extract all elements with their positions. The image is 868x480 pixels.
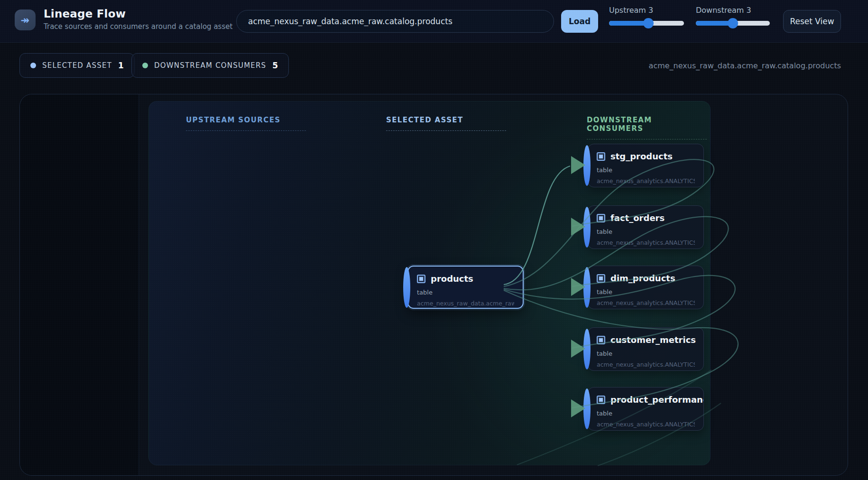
node-product_performance[interactable]: product_performance table acme_nexus_ana…: [588, 387, 704, 431]
lineage-flow-app: ↠ Lineage Flow Trace sources and consume…: [0, 0, 868, 480]
node-path: acme_nexus_analytics.ANALYTICS.MA…: [597, 239, 695, 246]
page-title: Lineage Flow: [44, 8, 232, 20]
table-icon: [417, 275, 425, 283]
node-fact_orders[interactable]: fact_orders table acme_nexus_analytics.A…: [588, 205, 704, 249]
node-title: stg_products: [610, 151, 673, 161]
node-type: table: [597, 288, 695, 295]
reset-view-button[interactable]: Reset View: [783, 10, 841, 33]
upstream-depth-slider-group: Upstream 3: [609, 6, 684, 26]
node-type: table: [417, 289, 514, 296]
upstream-slider-fill: [609, 21, 648, 26]
downstream-slider-label: Downstream 3: [696, 6, 770, 15]
downstream-depth-slider-group: Downstream 3: [696, 6, 770, 26]
table-icon: [597, 152, 605, 161]
table-icon: [597, 274, 605, 283]
downstream-consumers-legend-badge: DOWNSTREAM CONSUMERS 5: [131, 53, 289, 78]
column-header-downstream: DOWNSTREAM CONSUMERS: [587, 116, 707, 139]
node-path: acme_nexus_analytics.ANALYTICS.MA…: [597, 299, 695, 306]
selected-asset-dot-icon: [30, 63, 36, 68]
node-title: fact_orders: [610, 213, 665, 223]
node-accent-bar: [583, 267, 591, 308]
node-path: acme_nexus_analytics.ANALYTICS.ME…: [597, 421, 695, 428]
title-block: Lineage Flow Trace sources and consumers…: [44, 8, 232, 31]
asset-path-input[interactable]: [236, 10, 554, 33]
downstream-consumers-count: 5: [272, 61, 278, 70]
node-accent-bar: [583, 388, 591, 429]
node-path: acme_nexus_analytics.ANALYTICS.ME…: [597, 361, 695, 368]
upstream-slider-thumb[interactable]: [643, 18, 654, 28]
node-title: dim_products: [610, 273, 675, 283]
table-icon: [597, 336, 605, 344]
node-title: product_performance: [610, 395, 704, 405]
node-accent-bar: [583, 207, 591, 248]
node-stg_products[interactable]: stg_products table acme_nexus_analytics.…: [588, 144, 704, 187]
upstream-slider[interactable]: [609, 21, 684, 26]
node-accent-bar: [403, 267, 410, 308]
node-type: table: [597, 350, 695, 357]
node-path: acme_nexus_analytics.ANALYTICS.ST…: [597, 177, 695, 185]
app-header: ↠ Lineage Flow Trace sources and consume…: [0, 0, 868, 43]
table-icon: [597, 396, 605, 404]
table-icon: [597, 214, 605, 222]
column-header-selected: SELECTED ASSET: [386, 116, 506, 131]
downstream-consumers-dot-icon: [142, 63, 148, 68]
canvas-left-strip: [20, 94, 139, 475]
column-header-upstream: UPSTREAM SOURCES: [186, 116, 306, 131]
page-subtitle: Trace sources and consumers around a cat…: [44, 22, 232, 31]
node-type: table: [597, 410, 695, 417]
selected-asset-legend-label: SELECTED ASSET: [42, 61, 112, 70]
node-path: acme_nexus_raw_data.acme_raw.cata…: [417, 300, 514, 307]
lineage-arrow-icon: ↠: [15, 9, 36, 30]
downstream-slider[interactable]: [696, 21, 770, 26]
selected-asset-count: 1: [118, 61, 124, 70]
node-products[interactable]: products table acme_nexus_raw_data.acme_…: [407, 266, 524, 309]
downstream-consumers-legend-label: DOWNSTREAM CONSUMERS: [154, 61, 266, 70]
selected-asset-legend-badge: SELECTED ASSET 1: [19, 53, 135, 78]
load-button[interactable]: Load: [561, 10, 598, 33]
node-customer_metrics[interactable]: customer_metrics table acme_nexus_analyt…: [588, 327, 704, 371]
downstream-slider-thumb[interactable]: [728, 18, 738, 28]
lineage-canvas[interactable]: UPSTREAM SOURCES SELECTED ASSET DOWNSTRE…: [19, 94, 848, 476]
node-accent-bar: [583, 145, 591, 186]
node-title: customer_metrics: [610, 335, 696, 345]
node-type: table: [597, 228, 695, 235]
current-asset-path: acme_nexus_raw_data.acme_raw.catalog.pro…: [649, 61, 841, 70]
upstream-slider-label: Upstream 3: [609, 6, 684, 15]
node-accent-bar: [583, 329, 591, 369]
node-dim_products[interactable]: dim_products table acme_nexus_analytics.…: [588, 266, 704, 309]
node-title: products: [431, 274, 473, 284]
node-type: table: [597, 166, 695, 174]
